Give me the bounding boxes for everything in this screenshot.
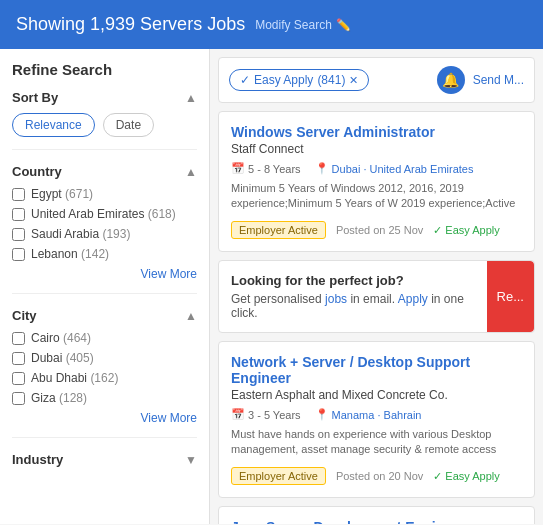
country-egypt-checkbox[interactable] — [12, 188, 25, 201]
industry-label: Industry — [12, 452, 63, 467]
list-item[interactable]: Egypt (671) — [12, 187, 197, 201]
country-uae-checkbox[interactable] — [12, 208, 25, 221]
remove-filter-icon[interactable]: ✕ — [349, 74, 358, 87]
list-item[interactable]: Lebanon (142) — [12, 247, 197, 261]
job-title[interactable]: Network + Server / Desktop Support Engin… — [231, 354, 522, 386]
filter-bar: ✓ Easy Apply (841) ✕ 🔔 Send M... — [218, 57, 535, 103]
posted-date: Posted on 25 Nov — [336, 224, 423, 236]
city-dubai-checkbox[interactable] — [12, 352, 25, 365]
main-layout: Refine Search Sort By ▲ Relevance Date C… — [0, 49, 543, 524]
city-label: City — [12, 308, 37, 323]
sort-options: Relevance Date — [12, 113, 197, 137]
easy-apply-label[interactable]: ✓ Easy Apply — [433, 470, 499, 483]
industry-chevron-icon: ▼ — [185, 453, 197, 467]
sidebar: Refine Search Sort By ▲ Relevance Date C… — [0, 49, 210, 524]
city-giza-checkbox[interactable] — [12, 392, 25, 405]
country-lebanon-checkbox[interactable] — [12, 248, 25, 261]
job-card: Windows Server Administrator Staff Conne… — [218, 111, 535, 252]
apply-link[interactable]: Apply — [398, 292, 428, 306]
job-company: Staff Connect — [231, 142, 522, 156]
job-description: Must have hands on experience with vario… — [231, 427, 522, 459]
list-item[interactable]: Giza (128) — [12, 391, 197, 405]
title-suffix: Servers Jobs — [135, 14, 245, 34]
check-icon: ✓ — [433, 470, 442, 483]
sort-by-header: Sort By ▲ — [12, 90, 197, 105]
job-footer: Employer Active Posted on 25 Nov ✓ Easy … — [231, 221, 522, 239]
country-view-more-link[interactable]: View More — [12, 267, 197, 281]
country-label: Country — [12, 164, 62, 179]
city-chevron-icon: ▲ — [185, 309, 197, 323]
jobs-link[interactable]: jobs — [325, 292, 347, 306]
country-chevron-icon: ▲ — [185, 165, 197, 179]
job-company: Eastern Asphalt and Mixed Concrete Co. — [231, 388, 522, 402]
easy-apply-label[interactable]: ✓ Easy Apply — [433, 224, 499, 237]
job-title[interactable]: Java Server Development Engineer — [231, 519, 522, 524]
job-description: Minimum 5 Years of Windows 2012, 2016, 2… — [231, 181, 522, 213]
header: Showing 1,939 Servers Jobs Modify Search… — [0, 0, 543, 49]
list-item[interactable]: Cairo (464) — [12, 331, 197, 345]
location-icon: 📍 — [315, 162, 329, 175]
country-section: Country ▲ Egypt (671) United Arab Emirat… — [12, 164, 197, 294]
bell-alert-button[interactable]: 🔔 — [437, 66, 465, 94]
country-header: Country ▲ — [12, 164, 197, 179]
city-cairo-checkbox[interactable] — [12, 332, 25, 345]
city-view-more-link[interactable]: View More — [12, 411, 197, 425]
sort-by-chevron-icon: ▲ — [185, 91, 197, 105]
page-title: Showing 1,939 Servers Jobs — [16, 14, 245, 35]
employer-active-badge: Employer Active — [231, 221, 326, 239]
send-me-link[interactable]: Send M... — [473, 73, 524, 87]
personalized-heading: Looking for the perfect job? — [231, 273, 474, 288]
job-results-content: ✓ Easy Apply (841) ✕ 🔔 Send M... Windows… — [210, 49, 543, 524]
location-meta: 📍 Manama · Bahrain — [315, 408, 422, 421]
experience-meta: 📅 5 - 8 Years — [231, 162, 301, 175]
check-icon: ✓ — [240, 73, 250, 87]
easy-apply-filter-tag[interactable]: ✓ Easy Apply (841) ✕ — [229, 69, 369, 91]
industry-section: Industry ▼ — [12, 452, 197, 487]
briefcase-icon: 📅 — [231, 408, 245, 421]
job-meta: 📅 5 - 8 Years 📍 Dubai · United Arab Emir… — [231, 162, 522, 175]
register-button[interactable]: Re... — [487, 261, 534, 332]
job-title[interactable]: Windows Server Administrator — [231, 124, 522, 140]
personalized-body: Get personalised jobs in email. Apply in… — [231, 292, 474, 320]
result-count: 1,939 — [90, 14, 135, 34]
industry-header[interactable]: Industry ▼ — [12, 452, 197, 467]
briefcase-icon: 📅 — [231, 162, 245, 175]
employer-active-badge: Employer Active — [231, 467, 326, 485]
list-item[interactable]: United Arab Emirates (618) — [12, 207, 197, 221]
sort-by-label: Sort By — [12, 90, 58, 105]
title-prefix: Showing — [16, 14, 90, 34]
job-footer: Employer Active Posted on 20 Nov ✓ Easy … — [231, 467, 522, 485]
pencil-icon: ✏️ — [336, 18, 351, 32]
city-list: Cairo (464) Dubai (405) Abu Dhabi (162) … — [12, 331, 197, 405]
sort-by-section: Sort By ▲ Relevance Date — [12, 90, 197, 150]
country-list: Egypt (671) United Arab Emirates (618) S… — [12, 187, 197, 261]
location-icon: 📍 — [315, 408, 329, 421]
personalized-card: Looking for the perfect job? Get persona… — [218, 260, 535, 333]
job-card: Java Server Development Engineer BAYANAT… — [218, 506, 535, 524]
city-section: City ▲ Cairo (464) Dubai (405) Abu Dhabi… — [12, 308, 197, 438]
city-abudhabi-checkbox[interactable] — [12, 372, 25, 385]
list-item[interactable]: Saudi Arabia (193) — [12, 227, 197, 241]
job-card: Network + Server / Desktop Support Engin… — [218, 341, 535, 498]
sidebar-title: Refine Search — [12, 61, 197, 78]
check-icon: ✓ — [433, 224, 442, 237]
job-meta: 📅 3 - 5 Years 📍 Manama · Bahrain — [231, 408, 522, 421]
modify-search-link[interactable]: Modify Search ✏️ — [255, 18, 351, 32]
list-item[interactable]: Dubai (405) — [12, 351, 197, 365]
posted-date: Posted on 20 Nov — [336, 470, 423, 482]
sort-relevance-button[interactable]: Relevance — [12, 113, 95, 137]
list-item[interactable]: Abu Dhabi (162) — [12, 371, 197, 385]
city-header: City ▲ — [12, 308, 197, 323]
sort-date-button[interactable]: Date — [103, 113, 154, 137]
experience-meta: 📅 3 - 5 Years — [231, 408, 301, 421]
country-saudi-checkbox[interactable] — [12, 228, 25, 241]
location-meta: 📍 Dubai · United Arab Emirates — [315, 162, 474, 175]
